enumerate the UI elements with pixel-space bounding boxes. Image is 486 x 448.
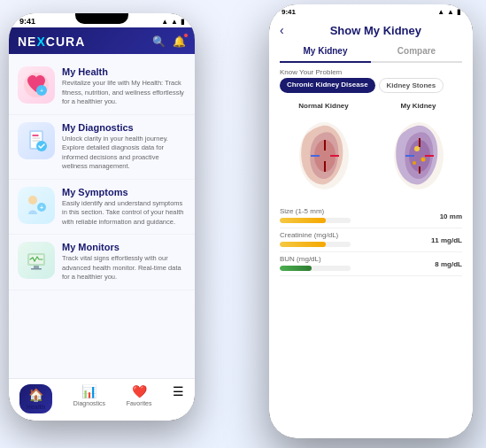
menu-item-health[interactable]: + My Health Revitalize your life with My… <box>9 59 195 115</box>
battery-icon: ▮ <box>181 18 184 26</box>
status-bar-right: 9:41 ▲ ▲ ▮ <box>269 4 473 18</box>
menu-icon: ☰ <box>173 384 184 398</box>
right-content: Know Your Problem Chronic Kidney Disease… <box>269 63 473 438</box>
diagnostics-title: My Diagnostics <box>62 122 186 133</box>
health-title: My Health <box>62 66 186 77</box>
svg-text:+: + <box>40 205 43 211</box>
menu-item-monitors[interactable]: My Monitors Track vital signs effortless… <box>9 235 195 290</box>
health-desc: Revitalize your life with My Health: Tra… <box>62 79 186 107</box>
wifi-icon: ▲ <box>171 18 178 26</box>
svg-rect-11 <box>34 266 39 268</box>
symptoms-desc: Easily identify and understand symptoms … <box>62 199 186 228</box>
right-header: ‹ Show My Kidney My Kidney Compare <box>269 18 473 63</box>
page-title: Show My Kidney <box>289 24 462 37</box>
kidneys-display: Normal Kidney <box>269 98 473 201</box>
monitors-title: My Monitors <box>62 242 186 252</box>
monitors-menu-text: My Monitors Track vital signs effortless… <box>62 242 186 282</box>
my-kidney-svg <box>388 113 450 197</box>
tab-compare[interactable]: Compare <box>371 41 462 61</box>
back-button[interactable]: ‹ <box>280 23 284 37</box>
menu-item-symptoms[interactable]: + My Symptoms Easily identify and unders… <box>9 180 195 236</box>
nav-menu[interactable]: ☰ <box>173 384 184 413</box>
svg-point-23 <box>413 161 416 165</box>
notification-dot <box>183 33 189 38</box>
normal-kidney-label: Normal Kidney <box>298 102 348 110</box>
notification-icon[interactable]: 🔔 <box>173 35 186 48</box>
section-label: Know Your Problem <box>269 63 473 78</box>
status-icons-right: ▲ ▲ ▮ <box>437 8 460 16</box>
symptoms-icon: + <box>18 187 55 224</box>
svg-point-6 <box>28 196 37 205</box>
diagnostics-icon <box>18 122 55 159</box>
signal-icon-right: ▲ <box>437 8 444 16</box>
home-icon: 🏠 <box>28 388 43 402</box>
monitors-icon <box>18 242 55 279</box>
diagnostics-desc: Unlock clarity in your health journey. E… <box>62 135 186 172</box>
search-icon[interactable]: 🔍 <box>152 35 166 48</box>
nav-favorites-label: Favorites <box>127 400 152 406</box>
measure-row-size: Size (1-5 mm) 10 mm <box>280 205 462 228</box>
chip-ckd[interactable]: Chronic Kidney Disease <box>280 78 375 93</box>
nav-home-label: Health <box>27 404 45 410</box>
tab-my-kidney[interactable]: My Kidney <box>280 41 371 63</box>
nav-home[interactable]: 🏠 Health <box>19 384 52 413</box>
time-left: 9:41 <box>19 17 35 26</box>
chip-stones[interactable]: Kidney Stones <box>379 78 444 93</box>
app-logo: NEXCURA <box>18 35 85 49</box>
status-icons-left: ▲ ▲ ▮ <box>161 18 184 26</box>
size-progress-bar <box>280 218 326 223</box>
app-content: + My Health Revitalize your life with My… <box>9 54 195 378</box>
nav-diagnostics-label: Diagnostics <box>73 400 105 406</box>
my-kidney-label: My Kidney <box>400 102 436 110</box>
measure-label-bun: BUN (mg/dL) <box>280 255 435 273</box>
back-row: ‹ Show My Kidney <box>280 23 462 37</box>
menu-item-diagnostics[interactable]: My Diagnostics Unlock clarity in your he… <box>9 115 195 180</box>
diagnostics-menu-text: My Diagnostics Unlock clarity in your he… <box>62 122 186 172</box>
health-icon: + <box>18 66 55 104</box>
svg-point-22 <box>420 158 425 162</box>
nav-diagnostics[interactable]: 📊 Diagnostics <box>73 384 105 413</box>
measure-value-size: 10 mm <box>440 212 462 220</box>
measure-label-creatinine: Creatinine (mg/dL) <box>280 231 431 249</box>
my-kidney-container: My Kidney <box>388 102 450 197</box>
symptoms-title: My Symptoms <box>62 187 186 197</box>
header-icons: 🔍 🔔 <box>152 35 186 48</box>
battery-icon-right: ▮ <box>457 8 460 16</box>
svg-rect-12 <box>31 268 42 270</box>
right-phone: 9:41 ▲ ▲ ▮ ‹ Show My Kidney My Kidney Co… <box>269 4 473 438</box>
measure-row-creatinine: Creatinine (mg/dL) 11 mg/dL <box>280 228 462 252</box>
app-header: NEXCURA 🔍 🔔 <box>9 27 195 54</box>
measure-value-bun: 8 mg/dL <box>435 260 462 268</box>
monitors-desc: Track vital signs effortlessly with our … <box>62 254 186 282</box>
logo-accent: X <box>36 35 45 49</box>
symptoms-menu-text: My Symptoms Easily identify and understa… <box>62 187 186 228</box>
bun-progress-bar <box>280 266 312 271</box>
health-menu-text: My Health Revitalize your life with My H… <box>62 66 186 107</box>
wifi-icon-right: ▲ <box>447 8 454 16</box>
left-phone: 9:41 ▲ ▲ ▮ NEXCURA 🔍 🔔 <box>9 13 195 421</box>
measure-row-bun: BUN (mg/dL) 8 mg/dL <box>280 252 462 276</box>
tabs: My Kidney Compare <box>280 41 462 63</box>
normal-kidney-svg <box>293 113 355 197</box>
signal-icon: ▲ <box>161 18 168 26</box>
normal-kidney-container: Normal Kidney <box>293 102 355 197</box>
measurements-section: Size (1-5 mm) 10 mm Creatinine (mg/dL) <box>269 201 473 280</box>
phones-container: 9:41 ▲ ▲ ▮ NEXCURA 🔍 🔔 <box>0 0 486 448</box>
notch <box>75 13 128 24</box>
nav-favorites[interactable]: ❤️ Favorites <box>127 384 152 413</box>
condition-chips: Chronic Kidney Disease Kidney Stones <box>269 78 473 98</box>
diagnostics-nav-icon: 📊 <box>81 384 96 398</box>
measure-value-creatinine: 11 mg/dL <box>431 236 462 244</box>
time-right: 9:41 <box>282 8 296 16</box>
measure-label-size: Size (1-5 mm) <box>280 207 440 225</box>
svg-text:+: + <box>40 88 43 94</box>
bottom-nav: 🏠 Health 📊 Diagnostics ❤️ Favorites ☰ <box>9 378 195 421</box>
favorites-nav-icon: ❤️ <box>132 384 147 398</box>
creatinine-progress-bar <box>280 242 326 247</box>
